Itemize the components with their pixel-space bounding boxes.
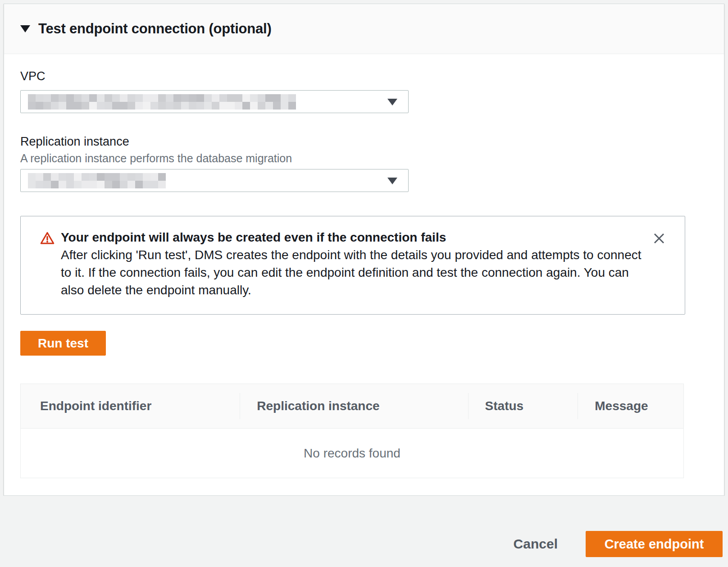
dropdown-triangle-icon <box>387 178 397 184</box>
endpoint-warning-alert: Your endpoint will always be created eve… <box>20 216 685 315</box>
form-actions-footer: Cancel Create endpoint <box>0 496 728 567</box>
alert-title: Your endpoint will always be created eve… <box>61 229 646 246</box>
create-endpoint-button[interactable]: Create endpoint <box>586 531 723 557</box>
section-title: Test endpoint connection (optional) <box>38 21 272 37</box>
replication-instance-label: Replication instance <box>20 134 688 149</box>
replication-instance-select[interactable] <box>20 169 409 192</box>
test-endpoint-connection-panel: Test endpoint connection (optional) VPC … <box>4 4 724 496</box>
column-header-endpoint-identifier: Endpoint identifier <box>21 384 240 428</box>
close-icon <box>651 231 667 246</box>
cancel-button[interactable]: Cancel <box>514 536 558 552</box>
vpc-label: VPC <box>20 69 688 84</box>
replication-instance-field-group: Replication instance A replication insta… <box>20 134 688 192</box>
redacted-vpc-value <box>28 94 296 110</box>
vpc-select[interactable] <box>20 90 409 113</box>
vpc-field-group: VPC <box>20 69 688 113</box>
section-header-test-endpoint-connection[interactable]: Test endpoint connection (optional) <box>4 4 724 54</box>
replication-instance-description: A replication instance performs the data… <box>20 151 688 165</box>
column-header-replication-instance: Replication instance <box>240 384 468 428</box>
redacted-replication-instance-value <box>28 173 166 188</box>
warning-triangle-icon <box>40 231 55 246</box>
dropdown-triangle-icon <box>387 99 397 105</box>
column-header-status: Status <box>468 384 578 428</box>
run-test-button[interactable]: Run test <box>20 331 106 356</box>
test-results-table: Endpoint identifier Replication instance… <box>20 384 684 478</box>
alert-close-button[interactable] <box>651 231 667 246</box>
column-header-message: Message <box>578 384 683 428</box>
table-empty-state: No records found <box>21 429 683 478</box>
collapse-triangle-icon <box>20 25 30 32</box>
section-body: VPC Replication instance A replication i… <box>4 54 724 478</box>
alert-body: After clicking 'Run test', DMS creates t… <box>61 246 646 299</box>
table-header-row: Endpoint identifier Replication instance… <box>21 384 683 429</box>
alert-text: Your endpoint will always be created eve… <box>61 229 646 299</box>
